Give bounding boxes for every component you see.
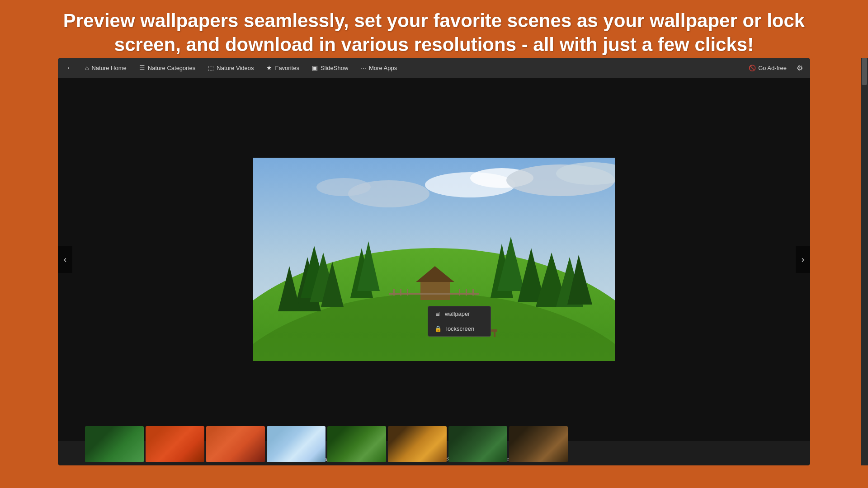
thumbnail-4[interactable] bbox=[267, 426, 326, 462]
svg-rect-29 bbox=[459, 289, 460, 296]
go-ad-free-button[interactable]: 🚫 Go Ad-free bbox=[744, 63, 791, 73]
scrollbar[interactable] bbox=[861, 58, 868, 465]
categories-icon: ☰ bbox=[139, 64, 145, 71]
prev-button[interactable]: ‹ bbox=[58, 246, 72, 273]
set-wallpaper-option[interactable]: 🖥 wallpaper bbox=[428, 306, 491, 321]
nav-nature-videos[interactable]: ⬚ Nature Videos bbox=[202, 58, 260, 78]
scrollbar-thumb[interactable] bbox=[862, 58, 867, 85]
back-button[interactable]: ← bbox=[61, 63, 79, 73]
wallpaper-icon: 🖥 bbox=[434, 310, 440, 317]
main-image: 🖥 wallpaper 🔒 lockscreen bbox=[253, 158, 615, 361]
lock-icon: 🔒 bbox=[434, 325, 442, 332]
svg-rect-34 bbox=[494, 332, 495, 337]
home-icon: ⌂ bbox=[85, 64, 89, 71]
next-button[interactable]: › bbox=[796, 246, 810, 273]
svg-rect-26 bbox=[393, 289, 395, 296]
nav-nature-home[interactable]: ⌂ Nature Home bbox=[79, 58, 133, 78]
svg-rect-28 bbox=[407, 289, 408, 296]
thumbnail-6[interactable] bbox=[388, 426, 447, 462]
more-icon: ··· bbox=[361, 64, 366, 71]
nav-favorites[interactable]: ★ Favorites bbox=[260, 58, 305, 78]
nav-more-apps[interactable]: ··· More Apps bbox=[354, 58, 403, 78]
thumbnail-3[interactable] bbox=[206, 426, 265, 462]
thumbnail-8[interactable] bbox=[509, 426, 568, 462]
svg-rect-30 bbox=[466, 289, 467, 296]
app-window: ← ⌂ Nature Home ☰ Nature Categories ⬚ Na… bbox=[58, 58, 810, 465]
ad-icon: 🚫 bbox=[749, 65, 756, 71]
slideshow-icon: ▣ bbox=[312, 64, 318, 71]
image-viewer: ‹ bbox=[58, 78, 810, 441]
thumbnail-strip bbox=[58, 422, 810, 465]
svg-rect-23 bbox=[420, 280, 450, 300]
nav-slideshow[interactable]: ▣ SlideShow bbox=[306, 58, 354, 78]
main-content: ‹ bbox=[58, 78, 810, 465]
nav-bar: ← ⌂ Nature Home ☰ Nature Categories ⬚ Na… bbox=[58, 58, 810, 78]
svg-rect-31 bbox=[472, 289, 474, 296]
nav-nature-categories[interactable]: ☰ Nature Categories bbox=[133, 58, 202, 78]
banner-text: Preview wallpapers seamlessly, set your … bbox=[0, 0, 868, 65]
svg-point-6 bbox=[316, 178, 371, 196]
svg-rect-27 bbox=[400, 289, 401, 296]
thumbnail-2[interactable] bbox=[146, 426, 204, 462]
star-icon: ★ bbox=[266, 64, 272, 71]
wallpaper-dropdown: 🖥 wallpaper 🔒 lockscreen bbox=[428, 306, 491, 337]
thumbnail-7[interactable] bbox=[448, 426, 507, 462]
thumbnail-5[interactable] bbox=[327, 426, 386, 462]
thumbnail-1[interactable] bbox=[85, 426, 144, 462]
videos-icon: ⬚ bbox=[208, 64, 214, 71]
settings-button[interactable]: ⚙ bbox=[793, 62, 807, 74]
set-lockscreen-option[interactable]: 🔒 lockscreen bbox=[428, 321, 491, 336]
